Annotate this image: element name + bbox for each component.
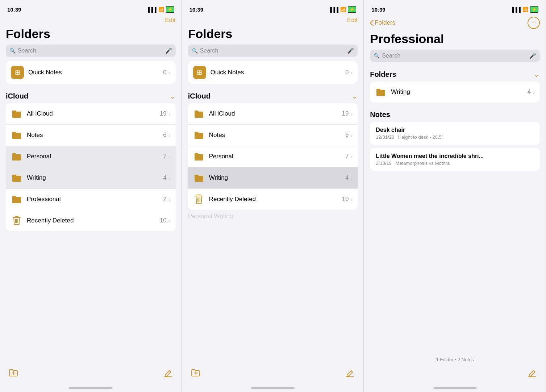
search-icon-2: 🔍 bbox=[192, 48, 198, 54]
folder-icon-2b bbox=[193, 129, 205, 141]
folders-section-header-3: Folders ⌄ bbox=[364, 66, 546, 82]
icloud-section-header-1: iCloud ⌄ bbox=[0, 88, 182, 103]
search-bar-1[interactable]: 🔍 Search 🎤 bbox=[6, 45, 176, 57]
folder-item-personal-2[interactable]: Personal 7 › bbox=[188, 146, 358, 167]
note-meta-desk-chair: 12/31/20 Height to desk - 28.5" bbox=[376, 134, 534, 140]
status-icons-2: ▐▐▐ 📶 ⚡ bbox=[329, 6, 357, 13]
new-folder-button-2[interactable] bbox=[191, 369, 201, 380]
quick-notes-container-1: ⊞ Quick Notes 0 › bbox=[6, 61, 176, 84]
mic-icon-1: 🎤 bbox=[165, 47, 172, 54]
folder-label-writing-2: Writing bbox=[209, 174, 345, 182]
wifi-icon-1: 📶 bbox=[158, 7, 164, 12]
folder-label-personal-2: Personal bbox=[209, 153, 345, 160]
folder-item-all-icloud-2[interactable]: All iCloud 19 › bbox=[188, 103, 358, 125]
compose-button-3[interactable] bbox=[528, 369, 537, 380]
note-title-desk-chair: Desk chair bbox=[376, 127, 534, 133]
note-item-desk-chair-3[interactable]: Desk chair 12/31/20 Height to desk - 28.… bbox=[370, 122, 540, 145]
folder-icon-2a bbox=[193, 108, 205, 120]
note-preview-desk-chair: Height to desk - 28.5" bbox=[398, 134, 443, 140]
folder-chevron-notes-1: › bbox=[169, 132, 171, 138]
note-date-desk-chair: 12/31/20 bbox=[376, 134, 394, 140]
top-nav-3: Folders ··· bbox=[364, 16, 546, 31]
folder-icon-notes-1 bbox=[11, 129, 22, 141]
folder-chevron-writing-1: › bbox=[169, 175, 171, 181]
status-time-3: 10:39 bbox=[371, 7, 385, 13]
folder-item-personal-1[interactable]: Personal 7 › bbox=[6, 146, 176, 167]
folder-label-personal-1: Personal bbox=[27, 153, 163, 160]
note-item-little-women-3[interactable]: Little Women meet the incredible shri...… bbox=[370, 148, 540, 171]
quick-notes-count-1: 0 bbox=[163, 69, 166, 76]
icloud-title-2: iCloud bbox=[188, 92, 211, 100]
note-date-little-women: 2/13/19 bbox=[376, 160, 391, 166]
wifi-icon-3: 📶 bbox=[522, 7, 528, 12]
folder-icon-1 bbox=[11, 108, 22, 120]
folder-item-all-icloud-1[interactable]: All iCloud 19 › bbox=[6, 103, 176, 125]
battery-icon-3: ⚡ bbox=[530, 6, 538, 13]
quick-notes-label-1: Quick Notes bbox=[28, 69, 163, 76]
wifi-icon-2: 📶 bbox=[340, 7, 346, 12]
folder-count-deleted-1: 10 bbox=[160, 217, 167, 224]
mic-icon-3: 🎤 bbox=[529, 53, 536, 59]
page-title-2: Folders bbox=[182, 26, 364, 45]
quick-notes-item-2[interactable]: ⊞ Quick Notes 0 › bbox=[188, 61, 358, 84]
home-indicator-1 bbox=[69, 387, 112, 389]
folder-item-writing-3[interactable]: Writing 4 › bbox=[370, 82, 540, 103]
icloud-chevron-2[interactable]: ⌄ bbox=[351, 92, 358, 100]
search-bar-2[interactable]: 🔍 Search 🎤 bbox=[188, 45, 358, 57]
folders-chevron-3[interactable]: ⌄ bbox=[534, 70, 540, 79]
edit-button-1[interactable]: Edit bbox=[165, 17, 175, 24]
folder-count-professional-1: 2 bbox=[163, 196, 166, 203]
status-icons-3: ▐▐▐ 📶 ⚡ bbox=[510, 6, 538, 13]
mic-icon-2: 🎤 bbox=[347, 47, 354, 54]
folder-count-notes-1: 6 bbox=[163, 132, 166, 139]
compose-button-1[interactable] bbox=[163, 369, 173, 380]
search-bar-3[interactable]: 🔍 Search 🎤 bbox=[370, 50, 540, 62]
folder-icon-2c bbox=[193, 151, 205, 162]
signal-icon-2: ▐▐▐ bbox=[329, 7, 339, 12]
quick-notes-count-2: 0 bbox=[345, 69, 349, 76]
quick-notes-icon-1: ⊞ bbox=[11, 66, 24, 79]
folder-item-notes-1[interactable]: Notes 6 › bbox=[6, 125, 176, 146]
ellipsis-icon-3: ··· bbox=[531, 20, 536, 26]
more-button-3[interactable]: ··· bbox=[528, 17, 540, 29]
edit-button-2[interactable]: Edit bbox=[347, 17, 358, 24]
new-folder-button-1[interactable] bbox=[9, 369, 19, 380]
folder-item-deleted-1[interactable]: Recently Deleted 10 › bbox=[6, 210, 176, 231]
icloud-chevron-1[interactable]: ⌄ bbox=[170, 92, 176, 100]
compose-button-2[interactable] bbox=[345, 369, 355, 380]
folder-chevron-personal-1: › bbox=[169, 154, 171, 160]
folder-item-professional-1[interactable]: Professional 2 › bbox=[6, 189, 176, 210]
quick-notes-item-1[interactable]: ⊞ Quick Notes 0 › bbox=[6, 61, 176, 84]
folder-icon-2d bbox=[193, 172, 205, 184]
folder-icon-professional-1 bbox=[11, 193, 22, 205]
folder-item-deleted-2[interactable]: Recently Deleted 10 › bbox=[188, 189, 358, 210]
folder-label-deleted-2: Recently Deleted bbox=[209, 196, 342, 203]
folder-item-writing-1[interactable]: Writing 4 › bbox=[6, 167, 176, 189]
folder-item-notes-2[interactable]: Notes 6 › bbox=[188, 125, 358, 146]
folder-icon-writing-1 bbox=[11, 172, 22, 184]
home-indicator-3 bbox=[433, 387, 477, 389]
folder-count-writing-1: 4 bbox=[163, 174, 166, 182]
folder-count-personal-1: 7 bbox=[163, 153, 166, 160]
folder-label-all-icloud-2: All iCloud bbox=[209, 110, 342, 117]
writing-folder-container-3: Writing 4 › bbox=[370, 82, 540, 103]
page-title-3: Professional bbox=[364, 31, 546, 50]
folder-label-notes-2: Notes bbox=[209, 132, 345, 139]
folder-label-deleted-1: Recently Deleted bbox=[27, 217, 160, 224]
panel-1: 10:39 ▐▐▐ 📶 ⚡ Edit Folders 🔍 Search 🎤 ⊞ … bbox=[0, 0, 182, 392]
footer-count-3: 1 Folder • 2 Notes bbox=[364, 357, 546, 362]
search-icon-1: 🔍 bbox=[9, 48, 16, 54]
signal-icon-3: ▐▐▐ bbox=[510, 7, 521, 12]
back-button-3[interactable]: Folders bbox=[370, 19, 395, 26]
folder-item-writing-2[interactable]: Writing 4 › bbox=[188, 167, 358, 189]
folders-list-2: All iCloud 19 › Notes 6 › Personal 7 bbox=[188, 103, 358, 210]
icloud-section-header-2: iCloud ⌄ bbox=[182, 88, 364, 103]
icloud-title-1: iCloud bbox=[6, 92, 28, 100]
search-icon-3: 🔍 bbox=[374, 53, 380, 59]
battery-icon-2: ⚡ bbox=[348, 6, 356, 13]
folders-title-3: Folders bbox=[370, 70, 396, 79]
folders-list-1: All iCloud 19 › Notes 6 › Personal 7 bbox=[6, 103, 176, 231]
top-nav-1: Edit bbox=[0, 16, 182, 26]
folder-chevron-professional-1: › bbox=[169, 196, 171, 203]
home-indicator-2 bbox=[251, 387, 295, 389]
